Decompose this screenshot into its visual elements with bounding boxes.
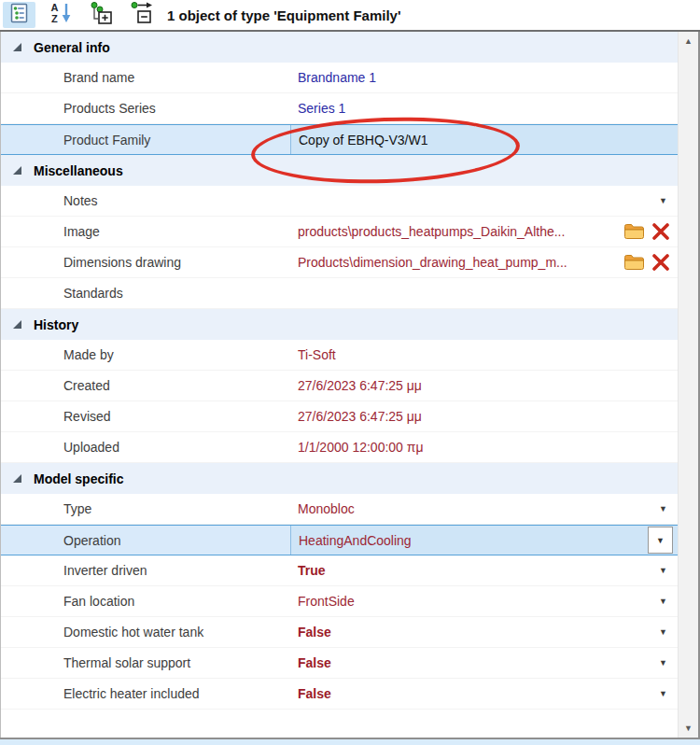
sort-az-icon: A Z <box>49 1 73 29</box>
property-row-products-series[interactable]: Products SeriesSeries 1 <box>1 93 678 124</box>
property-value[interactable]: FrontSide▼ <box>290 586 678 616</box>
property-row-dimensions-drawing[interactable]: Dimensions drawingProducts\dimension_dra… <box>1 247 678 278</box>
toolbar: A Z <box>0 0 700 32</box>
sort-alphabetical-button[interactable]: A Z <box>44 2 77 28</box>
property-row-created[interactable]: Created27/6/2023 6:47:25 μμ <box>1 371 678 401</box>
property-label: Image <box>1 217 290 246</box>
property-value[interactable]: Monobloc▼ <box>290 494 678 524</box>
property-row-domestic-hot-water-tank[interactable]: Domestic hot water tankFalse▼ <box>1 617 678 648</box>
scrollbar-down-arrow[interactable]: ▼ <box>679 719 698 738</box>
combo-dropdown-button[interactable]: ▼ <box>648 527 673 554</box>
dropdown-arrow-icon[interactable]: ▼ <box>659 628 667 637</box>
delete-file-button[interactable] <box>651 254 670 271</box>
property-value[interactable] <box>290 278 678 308</box>
property-value-text: 27/6/2023 6:47:25 μμ <box>298 378 422 393</box>
property-value[interactable]: Ti-Soft <box>290 340 678 370</box>
property-value-text: False <box>298 655 331 670</box>
scrollbar-up-arrow[interactable]: ▲ <box>679 32 698 50</box>
dropdown-arrow-icon[interactable]: ▼ <box>659 597 667 606</box>
property-row-brand-name[interactable]: Brand nameBrandname 1 <box>1 63 678 93</box>
property-value-text: Brandname 1 <box>298 70 376 85</box>
property-row-product-family[interactable]: Product FamilyCopy of EBHQ-V3/W1 <box>1 124 678 155</box>
property-grid: General infoBrand nameBrandname 1Product… <box>0 32 700 738</box>
property-value[interactable]: Products\dimension_drawing_heat_pump_m..… <box>290 247 678 277</box>
property-row-revised[interactable]: Revised27/6/2023 6:47:25 μμ <box>1 401 678 432</box>
property-value[interactable]: 1/1/2000 12:00:00 πμ <box>290 432 678 462</box>
expand-all-button[interactable] <box>85 2 118 28</box>
property-row-made-by[interactable]: Made byTi-Soft <box>1 340 678 371</box>
property-grid-window: A Z <box>0 0 700 745</box>
category-expanded-icon <box>13 166 21 175</box>
property-value[interactable]: HeatingAndCooling▼ <box>290 526 678 555</box>
property-value[interactable]: Copy of EBHQ-V3/W1 <box>290 125 678 154</box>
property-label: Product Family <box>1 125 290 154</box>
property-row-notes[interactable]: Notes▼ <box>1 186 678 217</box>
property-value[interactable]: Series 1 <box>290 93 678 123</box>
property-label: Dimensions drawing <box>1 247 290 277</box>
property-label: Inverter driven <box>1 555 290 585</box>
property-value-text: Ti-Soft <box>298 347 336 362</box>
property-value[interactable]: False▼ <box>290 648 678 678</box>
property-value-text: FrontSide <box>298 594 355 609</box>
property-label: Fan location <box>1 586 290 616</box>
property-value[interactable]: ▼ <box>290 186 678 216</box>
browse-folder-button[interactable] <box>623 254 645 271</box>
object-count-title: 1 object of type 'Equipment Family' <box>167 7 401 23</box>
property-value-text: True <box>298 563 326 578</box>
property-value[interactable]: True▼ <box>290 555 678 585</box>
category-history[interactable]: History <box>1 309 678 340</box>
property-row-fan-location[interactable]: Fan locationFrontSide▼ <box>1 586 678 617</box>
category-model-specific[interactable]: Model specific <box>1 463 678 494</box>
category-expanded-icon <box>13 320 21 329</box>
property-value-text: products\products_heatpumps_Daikin_Althe… <box>298 224 565 239</box>
property-value-text: False <box>298 686 331 701</box>
category-miscellaneous[interactable]: Miscellaneous <box>1 155 678 186</box>
dropdown-arrow-icon[interactable]: ▼ <box>659 690 667 698</box>
property-label: Thermal solar support <box>1 648 290 678</box>
property-label: Brand name <box>1 63 290 92</box>
svg-text:Z: Z <box>51 13 58 24</box>
property-row-operation[interactable]: OperationHeatingAndCooling▼ <box>1 525 678 555</box>
property-row-thermal-solar-support[interactable]: Thermal solar supportFalse▼ <box>1 648 678 679</box>
property-value[interactable]: 27/6/2023 6:47:25 μμ <box>290 371 678 401</box>
property-label: Type <box>1 494 290 524</box>
property-value-text: 1/1/2000 12:00:00 πμ <box>298 440 424 455</box>
svg-text:A: A <box>50 2 58 13</box>
property-row-type[interactable]: TypeMonobloc▼ <box>1 494 678 525</box>
property-value[interactable]: False▼ <box>290 617 678 647</box>
property-value-text: Products\dimension_drawing_heat_pump_m..… <box>298 255 567 270</box>
dropdown-arrow-icon[interactable]: ▼ <box>659 567 667 575</box>
category-title: History <box>34 317 78 332</box>
bottom-edge-strip <box>0 738 700 745</box>
property-row-uploaded[interactable]: Uploaded1/1/2000 12:00:00 πμ <box>1 432 678 463</box>
property-label: Standards <box>1 278 290 308</box>
property-value[interactable]: Brandname 1 <box>290 63 678 92</box>
property-value[interactable]: 27/6/2023 6:47:25 μμ <box>290 401 678 431</box>
vertical-scrollbar[interactable]: ▲ ▼ <box>678 32 698 738</box>
scrollbar-track[interactable] <box>679 50 698 719</box>
property-label: Created <box>1 371 290 401</box>
expand-all-icon <box>89 1 115 29</box>
categorized-list-icon <box>9 3 30 27</box>
collapse-all-button[interactable] <box>126 2 159 28</box>
dropdown-arrow-icon[interactable]: ▼ <box>659 505 667 513</box>
category-general-info[interactable]: General info <box>1 32 678 63</box>
categorized-view-button[interactable] <box>3 2 35 28</box>
property-value-text: Copy of EBHQ-V3/W1 <box>299 133 428 148</box>
folder-icon-svg <box>623 223 645 240</box>
property-row-standards[interactable]: Standards <box>1 278 678 309</box>
delete-x-svg <box>651 223 670 240</box>
property-value[interactable]: products\products_heatpumps_Daikin_Althe… <box>290 217 678 246</box>
property-value[interactable]: False▼ <box>290 679 678 709</box>
dropdown-arrow-icon[interactable]: ▼ <box>659 197 667 205</box>
property-value-text: 27/6/2023 6:47:25 μμ <box>298 409 422 424</box>
property-row-image[interactable]: Imageproducts\products_heatpumps_Daikin_… <box>1 217 678 247</box>
delete-file-button[interactable] <box>651 223 670 240</box>
property-row-inverter-driven[interactable]: Inverter drivenTrue▼ <box>1 555 678 586</box>
property-row-electric-heater-included[interactable]: Electric heater includedFalse▼ <box>1 679 678 710</box>
folder-icon-svg <box>623 254 645 271</box>
property-label: Revised <box>1 401 290 431</box>
category-title: Model specific <box>34 471 123 486</box>
dropdown-arrow-icon[interactable]: ▼ <box>659 659 667 668</box>
browse-folder-button[interactable] <box>623 223 645 240</box>
